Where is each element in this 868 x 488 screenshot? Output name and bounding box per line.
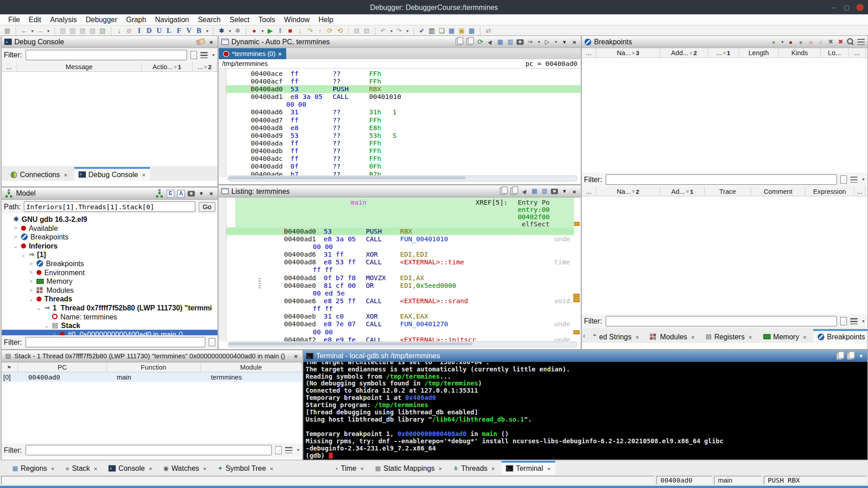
enable-all-icon[interactable]: ○ [807,38,814,46]
console-col-2[interactable]: Actio...≡1 [142,62,193,71]
panel-menu-icon[interactable]: ▼ [858,352,865,360]
maximize-button[interactable]: ▢ [843,3,851,11]
tree-node[interactable]: >#0 0x0000000000400ad0 in main () [2,330,218,335]
letter-I-icon[interactable]: I [135,27,143,36]
chevron-down-icon[interactable]: ▼ [260,29,264,33]
listing-row[interactable]: 00400ad7ff??FFh [226,116,581,124]
interrupt-icon[interactable]: ‖ [276,27,284,36]
xref-value[interactable]: 00402f00 [518,213,550,221]
listing-row[interactable]: ff ff [226,305,574,313]
tab-ed-strings[interactable]: ❝ed Strings× [589,329,643,343]
table-chart-icon[interactable]: ▥ [541,187,548,195]
breakpoints-col-1[interactable]: Na...≡3 [596,48,660,58]
letter-F-icon[interactable]: F [175,27,183,36]
listing-row[interactable]: 00 00 [226,328,574,336]
locations-col-2[interactable]: Ad...≡1 [660,187,705,196]
tree-node[interactable]: >Breakpoints [2,259,218,268]
filter-save-icon[interactable]: → [190,51,197,59]
tab-static-mappings[interactable]: ▦Static Mappings× [371,461,447,475]
breakpoint-locations-table-body[interactable] [582,197,868,314]
camera-icon[interactable] [517,39,524,44]
cursor-icon[interactable]: ▶ [521,187,528,195]
listing-row[interactable]: 00400ad053PUSHRBX [226,227,574,235]
menu-graph[interactable]: Graph [122,15,150,23]
chevron-down-icon[interactable]: ▼ [296,448,300,452]
expander-icon[interactable]: ⌄ [20,252,26,258]
table-icon[interactable]: ▦ [448,27,456,36]
listing-row[interactable]: 00400adbff??FFh [226,147,581,155]
tab-time[interactable]: ◔Time× [330,461,368,475]
breakpoints-filter-input[interactable] [605,174,837,185]
step-into-icon[interactable]: ↓ [296,27,304,36]
tab-breakpoints[interactable]: Breakpoints× [813,329,868,343]
expander-icon[interactable]: > [28,287,33,293]
close-icon[interactable]: × [571,187,578,195]
close-icon[interactable]: × [208,189,215,197]
close-icon[interactable]: × [64,171,67,178]
menu-file[interactable]: File [5,15,24,23]
console-col-3[interactable]: ...≡2 [193,62,217,71]
clear-program4-icon[interactable]: ▨ [89,27,97,36]
tree-node[interactable]: Name: termmines [2,312,218,321]
step-last-icon[interactable]: ⟳ [326,27,334,36]
tab-console[interactable]: >Console× [104,461,156,475]
letter-B-icon[interactable]: B [195,27,203,36]
chevron-down-icon[interactable]: ▼ [228,29,231,33]
panel-menu-icon[interactable]: ▼ [561,187,568,195]
menu-navigation[interactable]: Navigation [151,15,193,23]
breakpoints-header[interactable]: Breakpoints +▼ ● ● ○ ○ ✖ ✖ [582,36,868,48]
menu-tools[interactable]: Tools [255,15,279,23]
disconnect-icon[interactable]: ⊟ [353,27,361,36]
locations-col-6[interactable]: ... [854,187,866,196]
close-icon[interactable]: × [439,465,442,472]
menu-edit[interactable]: Edit [25,15,45,23]
chevron-down-icon[interactable]: ▼ [861,178,865,182]
tree-node[interactable]: >Breakpoints [2,232,218,241]
chevron-down-icon[interactable]: ▼ [406,29,409,33]
stack-col-2[interactable]: Function [107,362,201,372]
model-header[interactable]: Model E A ▼ × [2,188,218,200]
tree-node[interactable]: >Memory [2,277,218,286]
menu-window[interactable]: Window [280,15,314,23]
close-icon[interactable]: × [208,38,215,46]
close-icon[interactable]: × [749,333,752,340]
listing-row[interactable]: 00400ad631 ffXOREDI,EDI [226,251,574,258]
tree-node[interactable]: ⌄Inferiors [2,241,218,250]
expander-icon[interactable]: > [28,260,33,266]
stack-col-1[interactable]: PC [18,362,107,372]
paste-icon[interactable] [510,188,516,195]
trace-tab-termmines[interactable]: *termmines (0) × [219,48,286,59]
debug-console-filter-input[interactable] [25,50,187,60]
expander-icon[interactable]: ⌄ [44,322,49,328]
locations-col-5[interactable]: Expression [806,187,854,196]
listing-row[interactable]: 00400adcff??FFh [226,155,581,163]
close-icon[interactable]: × [635,333,639,340]
debug-launch-icon[interactable]: ✱ [217,27,226,36]
cursor-icon[interactable]: ▶ [486,38,494,46]
overview-marker[interactable] [574,298,580,302]
close-icon[interactable]: × [278,51,282,56]
resume-icon[interactable]: ▶ [266,27,274,36]
scroll-left-icon[interactable]: ‹ [583,331,585,339]
horizontal-scrollbar[interactable] [227,342,577,347]
listing-row[interactable]: 00 ed 5e [226,289,574,297]
close-icon[interactable]: × [94,465,98,472]
debug-console-header[interactable]: > Debug Console × [2,36,218,48]
terminal-screen[interactable]: The target architecture is set to "i386:… [303,362,868,460]
debug-console-table-body[interactable] [2,72,218,166]
menu-search[interactable]: Search [194,15,225,23]
close-button[interactable] [856,4,863,11]
xref-value[interactable]: Entry Po [518,199,550,206]
stack-header[interactable]: ▤ Stack - 1 Thread 0x7ffff7f52b80 (LWP 1… [2,350,302,362]
listing-row[interactable]: 00400ad1e8 3a 05CALL00401010 [226,93,581,101]
tab-connections[interactable]: Connections× [6,167,71,181]
breakpoints-col-3[interactable]: ...≡1 [708,48,739,58]
stack-table-body[interactable]: [0]00400ad0maintermmines [2,372,302,443]
locations-col-0[interactable]: ... [582,187,596,196]
filter-options-icon[interactable] [285,447,292,453]
close-icon[interactable]: × [360,465,364,472]
tree-node[interactable]: ✱GNU gdb 16.3-2.el9 [2,215,218,224]
expander-icon[interactable]: ⌄ [36,305,42,310]
menu-select[interactable]: Select [226,15,253,23]
tab-modules[interactable]: Modules× [646,329,699,343]
